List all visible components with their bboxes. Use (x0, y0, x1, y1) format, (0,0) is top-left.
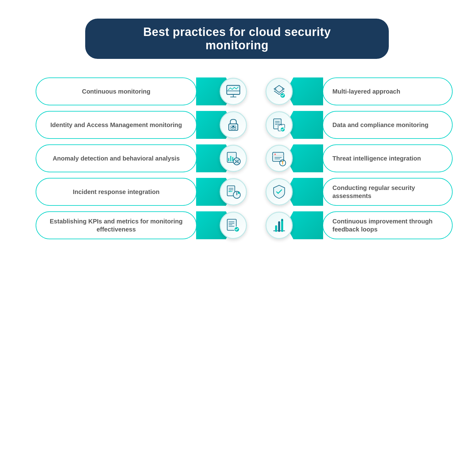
title-box: Best practices for cloud security monito… (85, 19, 389, 59)
right-icon-wrap-3 (266, 178, 293, 205)
svg-rect-0 (227, 86, 240, 95)
left-pill-text-1: Identity and Access Management monitorin… (44, 121, 188, 129)
left-pill-text-0: Continuous monitoring (76, 87, 156, 95)
left-pill-text-4: Establishing KPIs and metrics for monito… (36, 217, 196, 233)
left-icon-1 (220, 111, 247, 139)
left-pill-text-3: Incident response integration (67, 188, 166, 196)
left-group-1: Identity and Access Management monitorin… (36, 111, 247, 139)
right-icon-wrap-2 (266, 145, 293, 172)
right-pill-2: Threat intelligence integration (323, 144, 453, 172)
svg-point-33 (282, 163, 283, 164)
left-group-3: Incident response integration (36, 178, 247, 206)
right-icon-circle-4 (266, 212, 293, 239)
row-4: Establishing KPIs and metrics for monito… (36, 211, 438, 239)
left-group-0: Continuous monitoring (36, 77, 247, 105)
right-icon-wrap-4 (266, 212, 293, 239)
left-pill-4: Establishing KPIs and metrics for monito… (36, 211, 197, 239)
right-pill-3: Conducting regular security assessments (323, 178, 453, 206)
right-arrow-wrap-4: Continuous improvement through feedback … (287, 211, 453, 239)
left-icon-3 (220, 178, 247, 205)
row-3: Incident response integration (36, 178, 438, 206)
right-pill-text-4: Continuous improvement through feedback … (332, 217, 452, 233)
left-icon-2 (220, 145, 247, 172)
right-icon-wrap-0 (266, 78, 293, 105)
right-pill-1: Data and compliance monitoring (323, 111, 453, 139)
right-pill-text-1: Data and compliance monitoring (332, 121, 428, 129)
svg-point-27 (274, 154, 276, 155)
diagram-container: Continuous monitoring (36, 77, 438, 245)
left-pill-1: Identity and Access Management monitorin… (36, 111, 197, 139)
svg-point-11 (232, 126, 235, 128)
row-0: Continuous monitoring (36, 77, 438, 105)
right-section-2: Threat intelligence integration (266, 144, 453, 172)
left-pill-0: Continuous monitoring (36, 77, 197, 105)
right-pill-0: Multi-layered approach (323, 77, 453, 105)
left-pill-text-2: Anomaly detection and behavioral analysi… (46, 154, 186, 162)
row-1: Identity and Access Management monitorin… (36, 111, 438, 139)
right-arrow-wrap-2: Threat intelligence integration (287, 144, 453, 172)
right-icon-wrap-1 (266, 111, 293, 139)
right-section-0: Multi-layered approach (266, 77, 453, 105)
right-pill-text-2: Threat intelligence integration (332, 154, 421, 162)
right-section-1: Data and compliance monitoring (266, 111, 453, 139)
right-icon-circle-0 (266, 78, 293, 105)
left-pill-2: Anomaly detection and behavioral analysi… (36, 144, 197, 172)
right-arrow-wrap-3: Conducting regular security assessments (287, 178, 453, 206)
left-pill-3: Incident response integration (36, 178, 197, 206)
right-icon-circle-3 (266, 178, 293, 205)
right-icon-circle-1 (266, 111, 293, 139)
right-section-3: Conducting regular security assessments (266, 178, 453, 206)
left-icon-4 (220, 212, 247, 239)
page-title: Best practices for cloud security monito… (110, 25, 364, 52)
left-group-4: Establishing KPIs and metrics for monito… (36, 211, 247, 239)
left-icon-0 (220, 78, 247, 105)
svg-rect-28 (273, 155, 284, 156)
right-pill-text-3: Conducting regular security assessments (332, 184, 452, 200)
right-arrow-wrap-1: Data and compliance monitoring (287, 111, 453, 139)
right-section-4: Continuous improvement through feedback … (266, 211, 453, 239)
row-2: Anomaly detection and behavioral analysi… (36, 144, 438, 172)
left-group-2: Anomaly detection and behavioral analysi… (36, 144, 247, 172)
right-pill-4: Continuous improvement through feedback … (323, 211, 453, 239)
right-arrow-wrap-0: Multi-layered approach (287, 77, 453, 105)
right-icon-circle-2 (266, 145, 293, 172)
right-pill-text-0: Multi-layered approach (332, 87, 400, 95)
